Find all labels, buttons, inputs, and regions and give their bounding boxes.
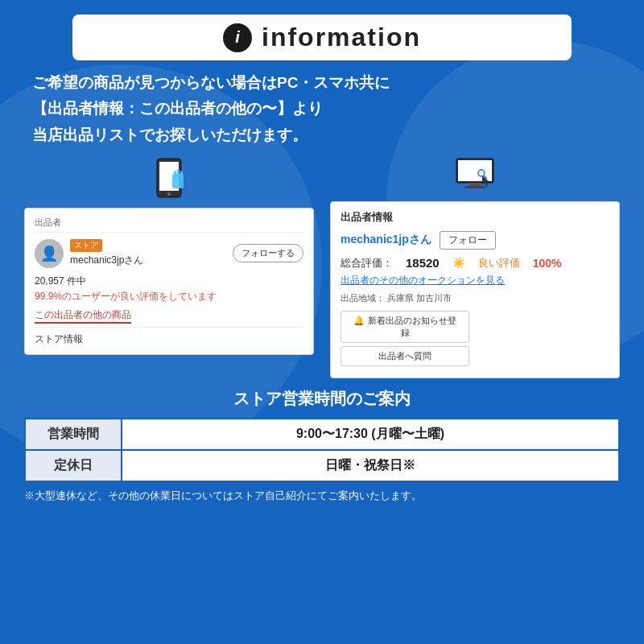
phone-icon xyxy=(153,158,185,198)
hours-label-1: 定休日 xyxy=(25,450,122,481)
good-rating-pct: 100% xyxy=(533,257,562,270)
store-badge: ストア xyxy=(70,239,102,252)
main-text-line1: ご希望の商品が見つからない場合はPC・スマホ共に xyxy=(32,70,612,96)
desktop-screenshot-item: 出品者情報 mechanic1jpさん フォロー 総合評価： 18520 ☀️ … xyxy=(330,158,620,378)
desktop-new-item-btn[interactable]: 🔔 新着出品のお知らせ登録 xyxy=(341,311,469,343)
hours-value-1: 日曜・祝祭日※ xyxy=(122,450,619,481)
table-row: 定休日 日曜・祝祭日※ xyxy=(25,450,619,481)
hours-table: 営業時間 9:00〜17:30 (月曜〜土曜) 定休日 日曜・祝祭日※ xyxy=(24,418,620,482)
mobile-rating-pct: 99.9%のユーザーが良い評価をしています xyxy=(35,290,303,303)
desktop-question-btn[interactable]: 出品者へ質問 xyxy=(341,346,469,366)
hours-label-0: 営業時間 xyxy=(25,419,122,450)
desktop-follow-button[interactable]: フォロー xyxy=(440,231,496,250)
mobile-rating-count: 20,957 件中 xyxy=(35,275,303,288)
mobile-screenshot-item: 出品者 👤 ストア mechanic3jpさん フォローする 20,957 件中… xyxy=(24,158,314,355)
store-hours-section: ストア営業時間のご案内 営業時間 9:00〜17:30 (月曜〜土曜) 定休日 … xyxy=(24,388,620,503)
main-text-line3: 当店出品リストでお探しいただけます。 xyxy=(32,122,612,148)
store-hours-title: ストア営業時間のご案内 xyxy=(24,388,620,410)
seller-section-label: 出品者 xyxy=(35,217,303,233)
seller-avatar: 👤 xyxy=(35,239,64,268)
hours-value-0: 9:00〜17:30 (月曜〜土曜) xyxy=(122,419,619,450)
desktop-auction-link[interactable]: 出品者のその他のオークションを見る xyxy=(341,274,609,287)
svg-point-2 xyxy=(167,192,171,196)
svg-rect-5 xyxy=(177,169,180,179)
svg-rect-9 xyxy=(469,183,481,186)
pc-icon xyxy=(455,158,495,192)
table-row: 営業時間 9:00〜17:30 (月曜〜土曜) xyxy=(25,419,619,450)
desktop-seller-name: mechanic1jpさん xyxy=(341,233,431,247)
desktop-location: 出品地域： 兵庫県 加古川市 xyxy=(341,292,609,304)
good-rating-label: 良い評価 xyxy=(478,256,520,270)
desktop-screenshot-box: 出品者情報 mechanic1jpさん フォロー 総合評価： 18520 ☀️ … xyxy=(330,201,620,378)
svg-rect-10 xyxy=(464,186,485,188)
mobile-seller-name: mechanic3jpさん xyxy=(70,254,226,267)
mobile-screenshot-box: 出品者 👤 ストア mechanic3jpさん フォローする 20,957 件中… xyxy=(24,208,314,355)
mobile-other-items-link[interactable]: この出品者の他の商品 xyxy=(35,308,131,324)
screenshots-section: 出品者 👤 ストア mechanic3jpさん フォローする 20,957 件中… xyxy=(24,158,620,378)
information-header: i information xyxy=(72,14,572,60)
svg-rect-6 xyxy=(180,171,183,179)
total-rating-label: 総合評価： xyxy=(341,256,393,270)
mobile-follow-button[interactable]: フォローする xyxy=(233,244,303,262)
store-hours-note: ※大型連休など、その他の休業日についてはストア自己紹介にてご案内いたします。 xyxy=(24,489,620,503)
total-rating-value: 18520 xyxy=(406,256,440,270)
svg-rect-4 xyxy=(174,171,176,179)
info-icon: i xyxy=(223,23,252,52)
mobile-store-info-label: ストア情報 xyxy=(35,327,303,346)
main-description: ご希望の商品が見つからない場合はPC・スマホ共に 【出品者情報：この出品者の他の… xyxy=(24,70,620,148)
main-text-line2: 【出品者情報：この出品者の他の〜】より xyxy=(32,96,612,122)
good-rating-sun-icon: ☀️ xyxy=(452,257,465,269)
desktop-seller-info-label: 出品者情報 xyxy=(341,210,609,225)
page-title: information xyxy=(262,23,421,52)
